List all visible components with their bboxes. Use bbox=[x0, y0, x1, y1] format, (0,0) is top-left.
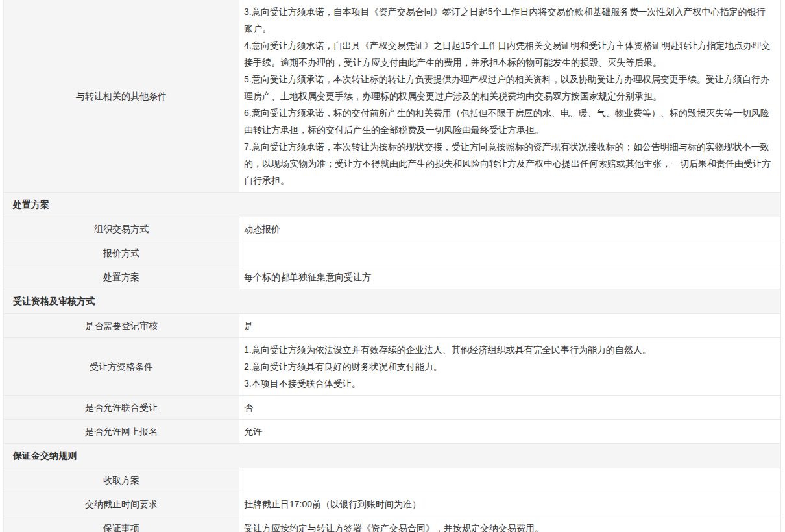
row-label: 组织交易方式 bbox=[4, 217, 239, 241]
table-row: 收取方案 bbox=[4, 468, 780, 492]
asset-listing-detail-page: 与转让相关的其他条件3.意向受让方须承诺，自本项目《资产交易合同》签订之日起5个… bbox=[0, 0, 785, 532]
row-value-paragraph: 2.意向受让方须具有良好的财务状况和支付能力。 bbox=[244, 358, 771, 375]
table-row: 是否允许网上报名允许 bbox=[4, 420, 780, 444]
row-value: 每个标的都单独征集意向受让方 bbox=[239, 265, 780, 289]
section-title: 受让资格及审核方式 bbox=[13, 296, 95, 308]
table-row: 处置方案每个标的都单独征集意向受让方 bbox=[4, 265, 780, 289]
row-label: 保证事项 bbox=[4, 516, 239, 532]
row-value: 否 bbox=[239, 396, 780, 419]
row-value: 动态报价 bbox=[239, 217, 780, 241]
row-label: 是否需要登记审核 bbox=[4, 314, 239, 337]
row-value-paragraph: 3.意向受让方须承诺，自本项目《资产交易合同》签订之日起5个工作日内将交易价款和… bbox=[244, 3, 771, 37]
table-row: 与转让相关的其他条件3.意向受让方须承诺，自本项目《资产交易合同》签订之日起5个… bbox=[4, 0, 780, 193]
row-value bbox=[239, 468, 780, 492]
row-value bbox=[239, 241, 780, 265]
listing-detail-table: 与转让相关的其他条件3.意向受让方须承诺，自本项目《资产交易合同》签订之日起5个… bbox=[3, 0, 781, 532]
section-header-row: 处置方案 bbox=[4, 193, 780, 217]
table-row: 保证事项受让方应按约定与转让方签署《资产交易合同》，并按规定交纳交易费用。 bbox=[4, 516, 780, 532]
table-row: 交纳截止时间要求挂牌截止日17:00前（以银行到账时间为准） bbox=[4, 492, 780, 516]
row-value: 3.意向受让方须承诺，自本项目《资产交易合同》签订之日起5个工作日内将交易价款和… bbox=[239, 0, 780, 192]
section-header-row: 保证金交纳规则 bbox=[4, 444, 780, 468]
row-label: 收取方案 bbox=[4, 468, 239, 492]
row-value-paragraph: 6.意向受让方须承诺，标的交付前所产生的相关费用（包括但不限于房屋的水、电、暖、… bbox=[244, 104, 771, 138]
row-value: 受让方应按约定与转让方签署《资产交易合同》，并按规定交纳交易费用。 bbox=[239, 516, 780, 532]
table-row: 受让方资格条件1.意向受让方须为依法设立并有效存续的企业法人、其他经济组织或具有… bbox=[4, 338, 780, 396]
row-label: 处置方案 bbox=[4, 265, 239, 289]
section-title: 处置方案 bbox=[13, 199, 49, 211]
row-label: 报价方式 bbox=[4, 241, 239, 265]
table-row: 组织交易方式动态报价 bbox=[4, 217, 780, 241]
row-value: 挂牌截止日17:00前（以银行到账时间为准） bbox=[239, 492, 780, 516]
section-title: 保证金交纳规则 bbox=[13, 450, 77, 462]
row-label: 交纳截止时间要求 bbox=[4, 492, 239, 516]
row-value: 1.意向受让方须为依法设立并有效存续的企业法人、其他经济组织或具有完全民事行为能… bbox=[239, 338, 780, 395]
table-row: 是否需要登记审核是 bbox=[4, 314, 780, 338]
row-label: 是否允许网上报名 bbox=[4, 420, 239, 443]
row-value-paragraph: 3.本项目不接受联合体受让。 bbox=[244, 375, 771, 392]
row-label: 是否允许联合受让 bbox=[4, 396, 239, 419]
row-value-paragraph: 1.意向受让方须为依法设立并有效存续的企业法人、其他经济组织或具有完全民事行为能… bbox=[244, 341, 771, 358]
row-value: 是 bbox=[239, 314, 780, 337]
row-value-paragraph: 4.意向受让方须承诺，自出具《产权交易凭证》之日起15个工作日内凭相关交易证明和… bbox=[244, 37, 771, 71]
row-value-paragraph: 5.意向受让方须承诺，本次转让标的转让方负责提供办理产权过户的相关资料，以及协助… bbox=[244, 71, 771, 104]
row-label: 与转让相关的其他条件 bbox=[4, 0, 239, 192]
table-row: 是否允许联合受让否 bbox=[4, 396, 780, 420]
table-row: 报价方式 bbox=[4, 241, 780, 265]
row-value-paragraph: 7.意向受让方须承诺，本次转让为按标的现状交接，受让方同意按照标的资产现有状况接… bbox=[244, 138, 771, 189]
row-label: 受让方资格条件 bbox=[4, 338, 239, 395]
row-value: 允许 bbox=[239, 420, 780, 443]
section-header-row: 受让资格及审核方式 bbox=[4, 289, 780, 314]
